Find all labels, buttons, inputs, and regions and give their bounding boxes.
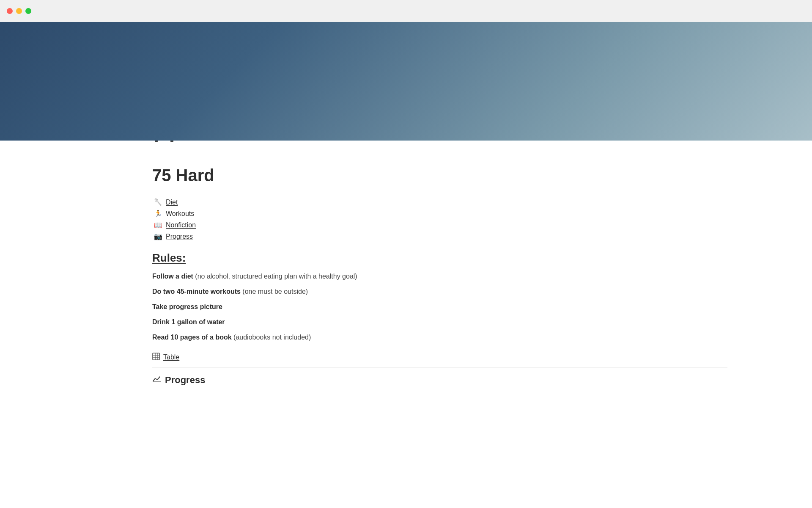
nav-link-workouts[interactable]: 🏃 Workouts: [152, 209, 196, 218]
rules-section: Rules: Follow a diet (no alcohol, struct…: [0, 251, 812, 367]
table-link-label: Table: [163, 353, 179, 361]
rule-workouts-normal: (one must be outside): [241, 288, 308, 295]
hero-banner: [0, 22, 812, 141]
rule-water: Drink 1 gallon of water: [152, 317, 727, 327]
nav-links: 🥄 Diet 🏃 Workouts 📖 Nonfiction 📷 Progres…: [0, 197, 812, 241]
rule-progress-pic-bold: Take progress picture: [152, 303, 222, 310]
progress-camera-icon: 📷: [154, 232, 162, 240]
nav-link-progress[interactable]: 📷 Progress: [152, 232, 195, 241]
table-link[interactable]: Table: [152, 351, 727, 367]
title-section: 75 Hard: [0, 157, 812, 197]
rule-read-bold: Read 10 pages of a book: [152, 334, 232, 341]
nonfiction-icon: 📖: [154, 221, 162, 229]
nav-link-diet[interactable]: 🥄 Diet: [152, 197, 179, 207]
svg-rect-5: [153, 353, 159, 360]
workouts-icon: 🏃: [154, 210, 162, 218]
rule-workouts-bold: Do two 45-minute workouts: [152, 288, 241, 295]
diet-icon: 🥄: [154, 198, 162, 206]
nav-link-workouts-label: Workouts: [166, 210, 194, 218]
rule-diet: Follow a diet (no alcohol, structured ea…: [152, 271, 727, 282]
close-button[interactable]: [7, 8, 13, 14]
rule-read: Read 10 pages of a book (audiobooks not …: [152, 332, 727, 342]
progress-heading-row: Progress: [0, 374, 812, 386]
rule-diet-normal: (no alcohol, structured eating plan with…: [193, 273, 357, 280]
rule-read-normal: (audiobooks not included): [232, 334, 311, 341]
nav-link-diet-label: Diet: [166, 199, 178, 206]
nav-link-nonfiction[interactable]: 📖 Nonfiction: [152, 220, 198, 230]
rule-workouts: Do two 45-minute workouts (one must be o…: [152, 287, 727, 297]
maximize-button[interactable]: [25, 8, 31, 14]
page-title: 75 Hard: [152, 165, 812, 185]
titlebar: [0, 0, 812, 22]
progress-heading: Progress: [165, 375, 205, 386]
rule-water-bold: Drink 1 gallon of water: [152, 318, 225, 326]
progress-chart-icon: [152, 374, 162, 386]
nav-link-nonfiction-label: Nonfiction: [166, 221, 196, 229]
nav-link-progress-label: Progress: [166, 233, 193, 240]
rule-progress-pic: Take progress picture: [152, 302, 727, 312]
rules-heading: Rules:: [152, 251, 727, 265]
table-icon: [152, 353, 160, 362]
minimize-button[interactable]: [16, 8, 22, 14]
rule-diet-bold: Follow a diet: [152, 273, 193, 280]
